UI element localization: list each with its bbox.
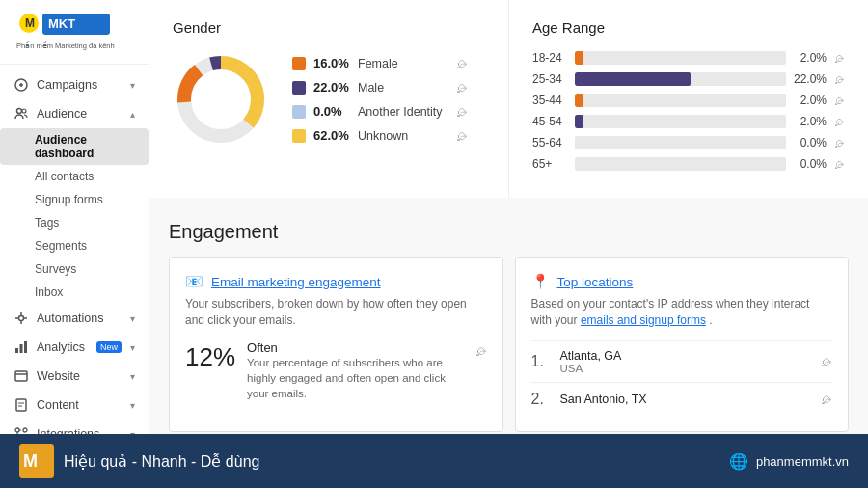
sidebar-item-audience[interactable]: Audience ▴: [0, 99, 149, 128]
age-label-45-54: 45-54: [532, 115, 567, 128]
metric-detail: Often Your percentage of subscribers who…: [247, 340, 463, 401]
gender-donut-svg: [173, 51, 269, 148]
age-share-icon-18-24[interactable]: ⌮: [834, 52, 845, 64]
automations-chevron: ▾: [130, 313, 135, 324]
age-pct-25-34: 22.0%: [794, 72, 827, 86]
engagement-title: Engagement: [169, 221, 849, 243]
email-icon: 📧: [185, 273, 203, 290]
svg-rect-11: [20, 344, 23, 353]
all-contacts-label: All contacts: [35, 170, 94, 183]
metric-label: Often: [247, 340, 463, 355]
age-title: Age Range: [532, 19, 845, 36]
audience-icon: [14, 106, 29, 122]
automations-label: Automations: [37, 312, 103, 325]
svg-rect-14: [16, 399, 26, 411]
svg-rect-13: [15, 371, 27, 381]
sidebar-logo: M MKT Phần mềm Marketing đa kênh: [0, 0, 149, 65]
email-card-link[interactable]: Email marketing engagement: [211, 275, 381, 289]
footer-website: phanmemmkt.vn: [756, 454, 849, 469]
footer-slogan: Hiệu quả - Nhanh - Dễ dùng: [64, 452, 259, 471]
legend-item-female: 16.0% Female ⌮: [292, 56, 468, 70]
age-share-icon-65plus[interactable]: ⌮: [834, 158, 845, 170]
male-label: Male: [358, 81, 443, 95]
age-pct-35-44: 2.0%: [794, 94, 827, 107]
sidebar-item-campaigns[interactable]: Campaigns ▾: [0, 70, 149, 99]
age-bar-track-45-54: [575, 115, 786, 128]
unknown-share-icon[interactable]: ⌮: [456, 129, 468, 143]
svg-point-7: [17, 109, 22, 114]
svg-point-9: [19, 316, 24, 321]
location-share-icon-1[interactable]: ⌮: [821, 355, 832, 368]
svg-text:MKT: MKT: [48, 16, 75, 31]
sidebar-item-website[interactable]: Website ▾: [0, 362, 149, 391]
footer-left: M Hiệu quả - Nhanh - Dễ dùng: [19, 444, 259, 478]
legend-item-male: 22.0% Male ⌮: [292, 80, 468, 95]
age-share-icon-55-64[interactable]: ⌮: [834, 137, 845, 149]
unknown-color-swatch: [292, 129, 306, 143]
age-bar-track-18-24: [575, 51, 786, 65]
content-chevron: ▾: [130, 400, 135, 411]
sidebar-item-signup-forms[interactable]: Signup forms: [0, 188, 149, 211]
age-share-icon-45-54[interactable]: ⌮: [834, 116, 845, 127]
analytics-badge: New: [96, 341, 122, 353]
metric-row: 12% Often Your percentage of subscribers…: [185, 340, 487, 401]
analytics-icon: [14, 339, 29, 355]
analytics-label: Analytics: [37, 340, 85, 354]
metric-sublabel: Your percentage of subscribers who are h…: [247, 355, 463, 401]
female-color-swatch: [292, 57, 306, 70]
sidebar-item-inbox[interactable]: Inbox: [0, 281, 149, 304]
male-share-icon[interactable]: ⌮: [456, 81, 468, 95]
age-share-icon-25-34[interactable]: ⌮: [834, 73, 845, 85]
age-pct-55-64: 0.0%: [794, 136, 827, 149]
age-rows: 18-24 2.0% ⌮ 25-34 22.0% ⌮: [532, 51, 845, 171]
female-label: Female: [358, 57, 443, 70]
website-icon: [14, 368, 29, 384]
locations-desc-link[interactable]: emails and signup forms: [581, 313, 706, 327]
svg-text:M: M: [23, 451, 38, 471]
age-row-55-64: 55-64 0.0% ⌮: [532, 136, 845, 149]
sidebar-item-automations[interactable]: Automations ▾: [0, 304, 149, 333]
email-card-header: 📧 Email marketing engagement: [185, 273, 487, 290]
website-label: Website: [37, 369, 80, 383]
age-label-35-44: 35-44: [532, 94, 567, 107]
age-share-icon-35-44[interactable]: ⌮: [834, 95, 845, 106]
age-bar-track-65plus: [575, 157, 786, 171]
sidebar-item-content[interactable]: Content ▾: [0, 391, 149, 420]
sidebar-item-audience-dashboard[interactable]: Audience dashboard: [0, 128, 149, 165]
sidebar-item-all-contacts[interactable]: All contacts: [0, 165, 149, 188]
location-item-2: 2. San Antonio, TX ⌮: [531, 382, 833, 416]
location-city-1: Atlanta, GA: [560, 349, 812, 363]
footer-right: 🌐 phanmemmkt.vn: [729, 452, 849, 471]
metric-share-icon[interactable]: ⌮: [475, 344, 487, 358]
signup-forms-label: Signup forms: [35, 193, 103, 206]
another-share-icon[interactable]: ⌮: [456, 105, 468, 119]
svg-rect-10: [15, 348, 18, 353]
gender-legend: 16.0% Female ⌮ 22.0% Male ⌮ 0.0%: [292, 56, 468, 143]
sidebar: M MKT Phần mềm Marketing đa kênh Campaig…: [0, 0, 149, 434]
age-panel: Age Range 18-24 2.0% ⌮ 25-34: [509, 0, 868, 198]
analytics-chevron: ▾: [130, 342, 135, 353]
sidebar-navigation: Campaigns ▾ Audience ▴ Audience dashboar…: [0, 65, 149, 434]
age-row-45-54: 45-54 2.0% ⌮: [532, 115, 845, 128]
sidebar-item-tags[interactable]: Tags: [0, 211, 149, 234]
sidebar-item-integrations[interactable]: Integrations ▾: [0, 420, 149, 434]
legend-item-unknown: 62.0% Unknown ⌮: [292, 128, 468, 143]
location-share-icon-2[interactable]: ⌮: [821, 393, 832, 406]
male-color-swatch: [292, 81, 306, 95]
top-locations-link[interactable]: Top locations: [557, 275, 634, 289]
female-share-icon[interactable]: ⌮: [456, 57, 468, 70]
locations-card-header: 📍 Top locations: [531, 273, 833, 290]
sidebar-item-analytics[interactable]: Analytics New ▾: [0, 333, 149, 362]
age-label-65plus: 65+: [532, 157, 567, 171]
email-metric-pct: 12%: [185, 342, 235, 372]
content-icon: [14, 397, 29, 413]
automations-icon: [14, 311, 29, 326]
sidebar-item-surveys[interactable]: Surveys: [0, 258, 149, 281]
engagement-section: Engagement 📧 Email marketing engagement …: [149, 205, 868, 432]
age-bar-track-55-64: [575, 136, 786, 149]
age-bar-fill-35-44: [575, 94, 583, 107]
top-locations-card: 📍 Top locations Based on your contact's …: [515, 257, 850, 432]
tags-label: Tags: [35, 216, 59, 230]
sidebar-item-segments[interactable]: Segments: [0, 234, 149, 258]
age-label-25-34: 25-34: [532, 72, 567, 86]
